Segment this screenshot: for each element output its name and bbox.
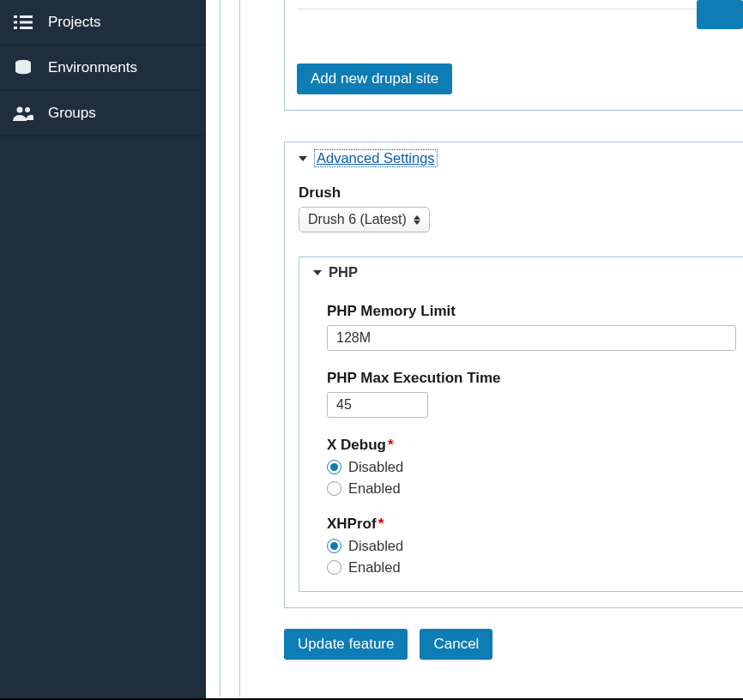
php-max-exec-group: PHP Max Execution Time <box>327 370 736 418</box>
php-fieldset: PHP PHP Memory Limit PHP Max Execution T… <box>299 256 743 592</box>
svg-rect-2 <box>14 21 17 24</box>
advanced-settings-legend[interactable]: Advanced Settings <box>285 142 743 174</box>
svg-rect-1 <box>20 15 33 18</box>
php-max-exec-input[interactable] <box>327 392 428 418</box>
xhprof-group: XHProf* Disabled Enabled <box>327 516 736 576</box>
xdebug-enabled-option[interactable]: Enabled <box>327 480 736 497</box>
php-legend[interactable]: PHP <box>299 257 743 287</box>
svg-rect-4 <box>14 27 17 29</box>
php-legend-label: PHP <box>329 264 358 281</box>
svg-point-7 <box>17 107 23 113</box>
drush-label: Drush <box>299 184 743 202</box>
xhprof-label: XHProf* <box>327 516 736 533</box>
xdebug-disabled-option[interactable]: Disabled <box>327 459 736 475</box>
sidebar-item-label: Environments <box>48 59 137 76</box>
drupal-sites-box: Add new drupal site <box>284 0 743 111</box>
sidebar-item-environments[interactable]: Environments <box>0 45 206 91</box>
advanced-settings-link[interactable]: Advanced Settings <box>314 149 438 167</box>
database-icon <box>12 59 34 76</box>
sidebar-item-groups[interactable]: Groups <box>0 91 206 136</box>
radio-label: Enabled <box>348 480 401 497</box>
php-memory-limit-input[interactable] <box>327 325 736 351</box>
svg-point-8 <box>25 107 30 112</box>
drush-group: Drush Drush 6 (Latest) <box>299 184 743 232</box>
required-marker: * <box>388 437 394 453</box>
svg-rect-5 <box>20 27 33 29</box>
caret-down-icon <box>299 156 307 161</box>
users-icon <box>12 106 34 121</box>
required-marker: * <box>378 516 384 532</box>
radio-icon[interactable] <box>327 560 341 575</box>
xdebug-label: X Debug* <box>327 437 736 454</box>
xhprof-enabled-option[interactable]: Enabled <box>327 559 736 576</box>
radio-label: Enabled <box>348 559 401 576</box>
xhprof-disabled-option[interactable]: Disabled <box>327 538 736 554</box>
form-actions: Update feature Cancel <box>284 629 743 660</box>
php-memory-limit-group: PHP Memory Limit <box>327 303 736 351</box>
php-memory-limit-label: PHP Memory Limit <box>327 303 736 320</box>
radio-icon[interactable] <box>327 481 341 496</box>
sidebar-item-projects[interactable]: Projects <box>0 0 206 45</box>
select-arrows-icon <box>414 215 420 225</box>
table-row <box>297 9 743 43</box>
cancel-button[interactable]: Cancel <box>420 629 492 660</box>
advanced-settings-body: Drush Drush 6 (Latest) PHP PHP Memory Li… <box>285 174 743 607</box>
xdebug-group: X Debug* Disabled Enabled <box>327 437 736 497</box>
radio-label: Disabled <box>348 459 403 475</box>
list-icon <box>12 15 34 30</box>
sidebar-item-label: Projects <box>48 14 100 31</box>
drush-select[interactable]: Drush 6 (Latest) <box>299 207 430 232</box>
php-body: PHP Memory Limit PHP Max Execution Time … <box>299 287 743 591</box>
php-max-exec-label: PHP Max Execution Time <box>327 370 736 387</box>
sidebar: Projects Environments Groups <box>0 0 206 700</box>
radio-icon[interactable] <box>327 539 341 553</box>
add-drupal-site-button[interactable]: Add new drupal site <box>297 63 452 94</box>
update-feature-button[interactable]: Update feature <box>284 629 408 660</box>
sidebar-item-label: Groups <box>48 105 96 122</box>
svg-rect-0 <box>14 15 17 18</box>
drush-selected-value: Drush 6 (Latest) <box>308 212 407 227</box>
panel-divider <box>220 0 240 697</box>
radio-icon[interactable] <box>327 460 341 474</box>
main-content: Add new drupal site Advanced Settings Dr… <box>241 0 743 697</box>
svg-rect-3 <box>20 21 33 24</box>
advanced-settings-fieldset: Advanced Settings Drush Drush 6 (Latest)… <box>284 142 743 608</box>
caret-down-icon <box>313 270 322 275</box>
radio-label: Disabled <box>348 538 403 554</box>
partial-button[interactable] <box>697 0 743 29</box>
